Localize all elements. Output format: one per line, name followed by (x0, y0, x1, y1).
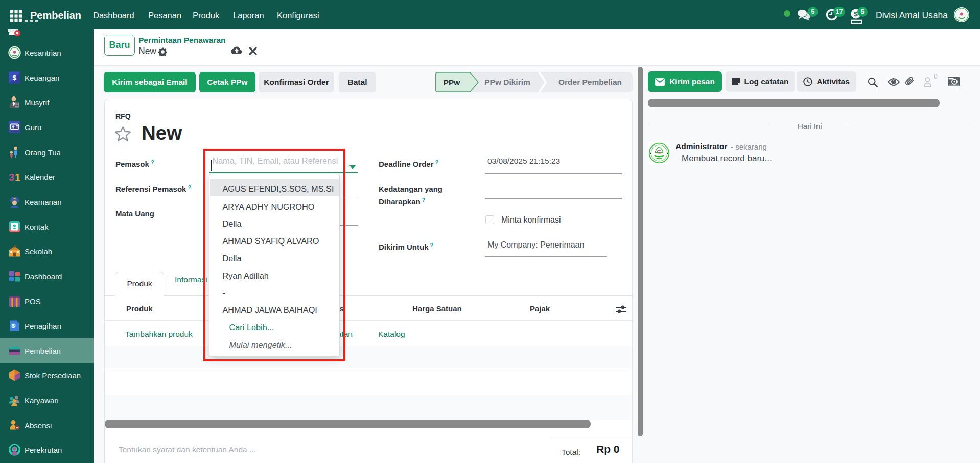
svg-text:1: 1 (15, 172, 20, 183)
svg-text:$: $ (12, 323, 15, 329)
svg-text:3: 3 (9, 172, 14, 183)
svg-text:$: $ (13, 74, 17, 82)
svg-text:PPw: PPw (444, 78, 461, 87)
